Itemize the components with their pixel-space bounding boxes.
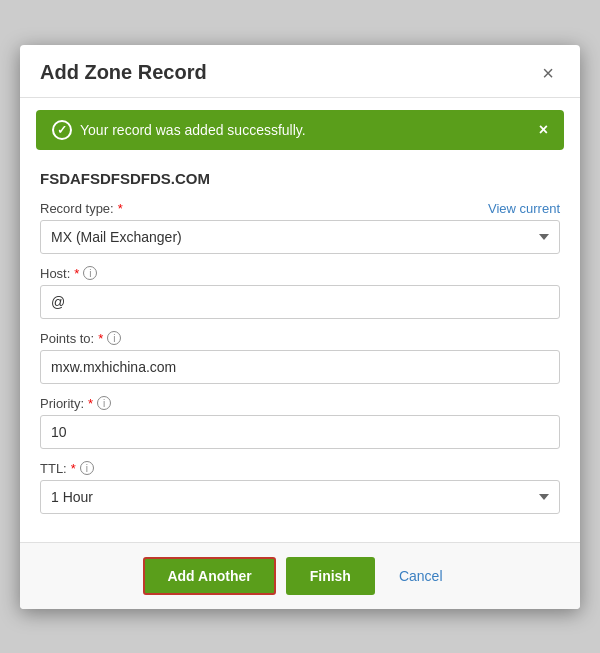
record-type-required: * xyxy=(118,201,123,216)
success-message: Your record was added successfully. xyxy=(80,122,306,138)
host-row: Host: * i xyxy=(40,266,560,319)
add-zone-record-dialog: Add Zone Record × ✓ Your record was adde… xyxy=(20,45,580,609)
points-to-input[interactable] xyxy=(40,350,560,384)
record-type-label: Record type: * xyxy=(40,201,123,216)
dialog-body: FSDAFSDFSDFDS.COM Record type: * View cu… xyxy=(20,162,580,542)
record-type-select[interactable]: MX (Mail Exchanger) A CNAME TXT AAAA SRV… xyxy=(40,220,560,254)
dialog-close-button[interactable]: × xyxy=(536,61,560,85)
finish-button[interactable]: Finish xyxy=(286,557,375,595)
view-current-link[interactable]: View current xyxy=(488,201,560,216)
domain-name: FSDAFSDFSDFDS.COM xyxy=(40,170,560,187)
priority-info-icon: i xyxy=(97,396,111,410)
points-to-info-icon: i xyxy=(107,331,121,345)
host-label: Host: * i xyxy=(40,266,97,281)
dialog-footer: Add Another Finish Cancel xyxy=(20,542,580,609)
points-to-row: Points to: * i xyxy=(40,331,560,384)
priority-required: * xyxy=(88,396,93,411)
priority-row: Priority: * i xyxy=(40,396,560,449)
ttl-label: TTL: * i xyxy=(40,461,94,476)
host-input[interactable] xyxy=(40,285,560,319)
priority-label: Priority: * i xyxy=(40,396,111,411)
ttl-row: TTL: * i 1 Hour 30 Minutes 2 Hours 4 Hou… xyxy=(40,461,560,514)
add-another-button[interactable]: Add Another xyxy=(143,557,275,595)
host-info-icon: i xyxy=(83,266,97,280)
success-banner-content: ✓ Your record was added successfully. xyxy=(52,120,306,140)
host-label-row: Host: * i xyxy=(40,266,560,281)
points-to-label-row: Points to: * i xyxy=(40,331,560,346)
success-icon: ✓ xyxy=(52,120,72,140)
ttl-required: * xyxy=(71,461,76,476)
ttl-label-row: TTL: * i xyxy=(40,461,560,476)
points-to-required: * xyxy=(98,331,103,346)
banner-close-button[interactable]: × xyxy=(539,121,548,139)
priority-input[interactable] xyxy=(40,415,560,449)
points-to-label: Points to: * i xyxy=(40,331,121,346)
dialog-title: Add Zone Record xyxy=(40,61,207,84)
success-banner: ✓ Your record was added successfully. × xyxy=(36,110,564,150)
dialog-header: Add Zone Record × xyxy=(20,45,580,98)
record-type-row: Record type: * View current MX (Mail Exc… xyxy=(40,201,560,254)
host-required: * xyxy=(74,266,79,281)
priority-label-row: Priority: * i xyxy=(40,396,560,411)
ttl-info-icon: i xyxy=(80,461,94,475)
ttl-select[interactable]: 1 Hour 30 Minutes 2 Hours 4 Hours 8 Hour… xyxy=(40,480,560,514)
record-type-label-row: Record type: * View current xyxy=(40,201,560,216)
cancel-button[interactable]: Cancel xyxy=(385,559,457,593)
